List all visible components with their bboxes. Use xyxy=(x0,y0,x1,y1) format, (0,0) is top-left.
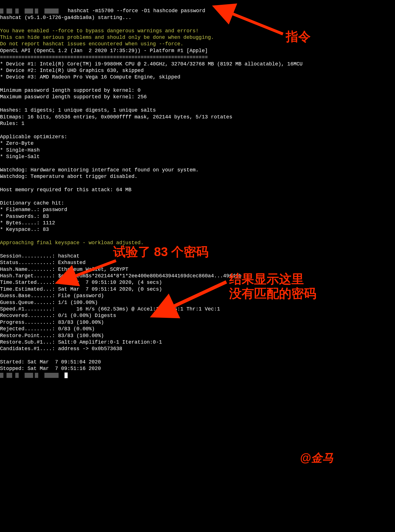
bitmaps-line: Bitmaps: 16 bits, 65536 entries, 0x0000f… xyxy=(0,114,232,120)
min-password-length: Minimum password length supported by ker… xyxy=(0,88,141,93)
status-session: Session..........: hashcat xyxy=(0,253,80,259)
prompt-redaction-2 xyxy=(0,373,65,378)
started-line: Started: Sat Mar 7 09:51:04 2020 xyxy=(0,359,101,365)
optimizer-2: * Single-Hash xyxy=(0,147,40,153)
terminal-output: hashcat -m15700 --force -D1 hashcode pas… xyxy=(0,0,395,379)
status-progress: Progress.........: 83/83 (100.00%) xyxy=(0,320,104,325)
status-status: Status...........: Exhausted xyxy=(0,260,85,265)
rules-line: Rules: 1 xyxy=(0,121,24,126)
status-speed: Speed.#1.........: 16 H/s (662.53ms) @ A… xyxy=(0,306,220,312)
stopped-line: Stopped: Sat Mar 7 09:51:16 2020 xyxy=(0,366,101,371)
status-hashname: Hash.Name........: Ethereum Wallet, SCRY… xyxy=(0,267,128,272)
status-restore-sub: Restore.Sub.#1...: Salt:0 Amplifier:0-1 … xyxy=(0,339,162,345)
annotation-signature: @金马 xyxy=(300,450,334,465)
device-1: * Device #1: Intel(R) Core(TM) i9-9980HK… xyxy=(0,61,302,67)
host-memory: Host memory required for this attack: 64… xyxy=(0,187,131,193)
warning-line-2: This can hide serious problems and shoul… xyxy=(0,35,214,40)
max-password-length: Maximum password length supported by ker… xyxy=(0,94,147,100)
dictionary-passwords: * Passwords.: 83 xyxy=(0,214,49,219)
dictionary-filename: * Filename..: password xyxy=(0,207,67,212)
warning-line-1: You have enabled --force to bypass dange… xyxy=(0,28,199,34)
watchdog-2: Watchdog: Temperature abort trigger disa… xyxy=(0,174,138,179)
optimizer-3: * Single-Salt xyxy=(0,154,40,159)
approaching-keyspace: Approaching final keyspace - workload ad… xyxy=(0,240,144,246)
optimizer-1: * Zero-Byte xyxy=(0,141,34,146)
hashes-line: Hashes: 1 digests; 1 unique digests, 1 u… xyxy=(0,107,156,113)
warning-line-3: Do not report hashcat issues encountered… xyxy=(0,41,183,47)
opencl-header: OpenCL API (OpenCL 1.2 (Jan 2 2020 17:35… xyxy=(0,48,208,54)
device-3: * Device #3: AMD Radeon Pro Vega 16 Comp… xyxy=(0,74,180,80)
optimizers-header: Applicable optimizers: xyxy=(0,134,67,140)
command-line: hashcat -m15700 --force -D1 hashcode pas… xyxy=(65,8,205,14)
dictionary-header: Dictionary cache hit: xyxy=(0,200,64,206)
dictionary-keyspace: * Keyspace..: 83 xyxy=(0,227,49,232)
status-rejected: Rejected.........: 0/83 (0.00%) xyxy=(0,326,95,332)
status-recovered: Recovered........: 0/1 (0.00%) Digests xyxy=(0,313,116,318)
status-restore-point: Restore.Point....: 83/83 (100.00%) xyxy=(0,333,104,339)
separator: ========================================… xyxy=(0,54,208,60)
dictionary-bytes: * Bytes.....: 1112 xyxy=(0,220,55,226)
status-time-started: Time.Started.....: Sat Mar 7 09:51:10 20… xyxy=(0,280,162,285)
status-candidates: Candidates.#1....: address -> 0x0b573638 xyxy=(0,346,122,352)
prompt-redaction xyxy=(0,8,65,14)
starting-line: hashcat (v5.1.0-1726-ga4db1a0a) starting… xyxy=(0,15,131,20)
status-hashtarget: Hash.Target......: $ethereum$s*262144*8*… xyxy=(0,273,241,279)
cursor xyxy=(65,373,68,378)
device-2: * Device #2: Intel(R) UHD Graphics 630, … xyxy=(0,68,144,73)
status-guess-queue: Guess.Queue......: 1/1 (100.00%) xyxy=(0,300,98,305)
watchdog-1: Watchdog: Hardware monitoring interface … xyxy=(0,167,199,173)
status-time-estimated: Time.Estimated...: Sat Mar 7 09:51:14 20… xyxy=(0,286,162,292)
status-guess-base: Guess.Base.......: File (password) xyxy=(0,293,104,299)
